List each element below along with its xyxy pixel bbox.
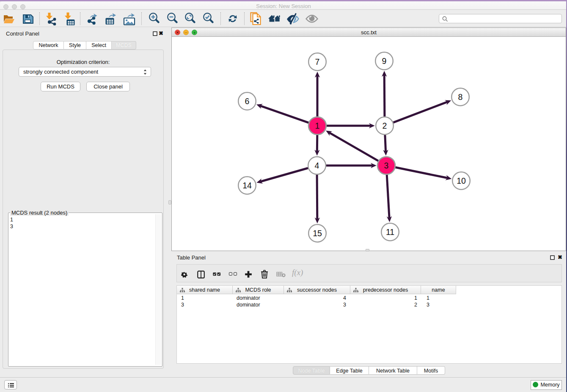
svg-text:2: 2: [383, 121, 387, 130]
svg-text:8: 8: [458, 92, 463, 102]
svg-text:6: 6: [245, 97, 250, 106]
svg-text:15: 15: [313, 229, 322, 238]
svg-text:3: 3: [384, 161, 389, 170]
svg-text:1: 1: [315, 121, 320, 130]
svg-text:10: 10: [457, 176, 466, 185]
svg-text:4: 4: [315, 161, 319, 170]
svg-text:7: 7: [315, 57, 320, 66]
svg-text:9: 9: [382, 56, 387, 66]
svg-text:11: 11: [386, 227, 394, 237]
svg-text:14: 14: [242, 181, 252, 190]
